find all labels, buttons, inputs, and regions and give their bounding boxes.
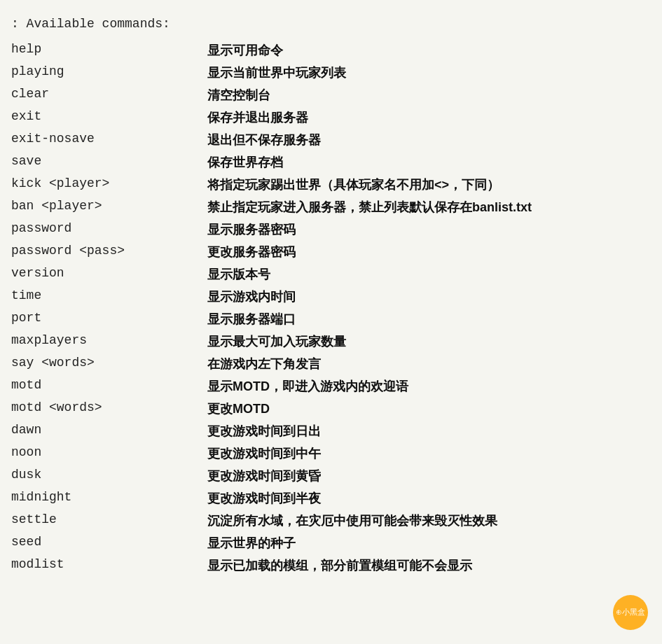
console-container: : Available commands: help显示可用命令playing显…: [11, 11, 651, 582]
command-cell: time: [11, 286, 207, 308]
commands-table: help显示可用命令playing显示当前世界中玩家列表clear清空控制台ex…: [11, 39, 651, 577]
description-cell: 清空控制台: [207, 84, 651, 106]
description-cell: 将指定玩家踢出世界（具体玩家名不用加<>，下同）: [207, 174, 651, 196]
description-cell: 显示游戏内时间: [207, 286, 651, 308]
command-cell: say <words>: [11, 353, 207, 375]
table-row: settle沉淀所有水域，在灾厄中使用可能会带来毁灭性效果: [11, 510, 651, 532]
command-cell: password: [11, 218, 207, 241]
table-row: exit保存并退出服务器: [11, 106, 651, 129]
table-row: exit-nosave退出但不保存服务器: [11, 129, 651, 151]
command-cell: dusk: [11, 465, 207, 487]
command-cell: midnight: [11, 487, 207, 510]
description-cell: 显示MOTD，即进入游戏内的欢迎语: [207, 375, 651, 398]
table-row: playing显示当前世界中玩家列表: [11, 62, 651, 84]
command-cell: ban <player>: [11, 196, 207, 218]
table-row: help显示可用命令: [11, 39, 651, 62]
description-cell: 显示当前世界中玩家列表: [207, 62, 651, 84]
command-cell: maxplayers: [11, 330, 207, 353]
description-cell: 更改游戏时间到黄昏: [207, 465, 651, 487]
command-cell: modlist: [11, 554, 207, 577]
table-row: maxplayers显示最大可加入玩家数量: [11, 330, 651, 353]
table-row: save保存世界存档: [11, 151, 651, 174]
command-cell: settle: [11, 510, 207, 532]
table-row: say <words>在游戏内左下角发言: [11, 353, 651, 375]
table-row: dawn更改游戏时间到日出: [11, 420, 651, 442]
table-row: kick <player>将指定玩家踢出世界（具体玩家名不用加<>，下同）: [11, 174, 651, 196]
description-cell: 保存并退出服务器: [207, 106, 651, 129]
description-cell: 保存世界存档: [207, 151, 651, 174]
table-row: motd显示MOTD，即进入游戏内的欢迎语: [11, 375, 651, 398]
table-row: password显示服务器密码: [11, 218, 651, 241]
header-line: : Available commands:: [11, 17, 651, 31]
description-cell: 禁止指定玩家进入服务器，禁止列表默认保存在banlist.txt: [207, 196, 651, 218]
command-cell: motd <words>: [11, 398, 207, 420]
description-cell: 退出但不保存服务器: [207, 129, 651, 151]
command-cell: exit-nosave: [11, 129, 207, 151]
command-cell: seed: [11, 532, 207, 554]
command-cell: noon: [11, 442, 207, 465]
table-row: version显示版本号: [11, 263, 651, 286]
description-cell: 更改游戏时间到日出: [207, 420, 651, 442]
table-row: midnight更改游戏时间到半夜: [11, 487, 651, 510]
table-row: seed显示世界的种子: [11, 532, 651, 554]
table-row: clear清空控制台: [11, 84, 651, 106]
command-cell: port: [11, 308, 207, 330]
command-cell: clear: [11, 84, 207, 106]
table-row: port显示服务器端口: [11, 308, 651, 330]
command-cell: help: [11, 39, 207, 62]
table-row: time显示游戏内时间: [11, 286, 651, 308]
command-cell: password <pass>: [11, 241, 207, 263]
command-cell: version: [11, 263, 207, 286]
description-cell: 更改游戏时间到半夜: [207, 487, 651, 510]
description-cell: 更改服务器密码: [207, 241, 651, 263]
table-row: motd <words>更改MOTD: [11, 398, 651, 420]
description-cell: 显示版本号: [207, 263, 651, 286]
command-cell: kick <player>: [11, 174, 207, 196]
description-cell: 显示服务器端口: [207, 308, 651, 330]
description-cell: 在游戏内左下角发言: [207, 353, 651, 375]
table-row: modlist显示已加载的模组，部分前置模组可能不会显示: [11, 554, 651, 577]
command-cell: playing: [11, 62, 207, 84]
description-cell: 显示已加载的模组，部分前置模组可能不会显示: [207, 554, 651, 577]
table-row: noon更改游戏时间到中午: [11, 442, 651, 465]
table-row: ban <player>禁止指定玩家进入服务器，禁止列表默认保存在banlist…: [11, 196, 651, 218]
description-cell: 显示服务器密码: [207, 218, 651, 241]
command-cell: motd: [11, 375, 207, 398]
description-cell: 更改MOTD: [207, 398, 651, 420]
description-cell: 显示世界的种子: [207, 532, 651, 554]
description-cell: 更改游戏时间到中午: [207, 442, 651, 465]
command-cell: dawn: [11, 420, 207, 442]
description-cell: 显示最大可加入玩家数量: [207, 330, 651, 353]
table-row: dusk更改游戏时间到黄昏: [11, 465, 651, 487]
description-cell: 显示可用命令: [207, 39, 651, 62]
watermark: ⊕小黑盒: [613, 595, 648, 630]
table-row: password <pass>更改服务器密码: [11, 241, 651, 263]
watermark-text: ⊕小黑盒: [616, 608, 645, 617]
description-cell: 沉淀所有水域，在灾厄中使用可能会带来毁灭性效果: [207, 510, 651, 532]
command-cell: exit: [11, 106, 207, 129]
command-cell: save: [11, 151, 207, 174]
